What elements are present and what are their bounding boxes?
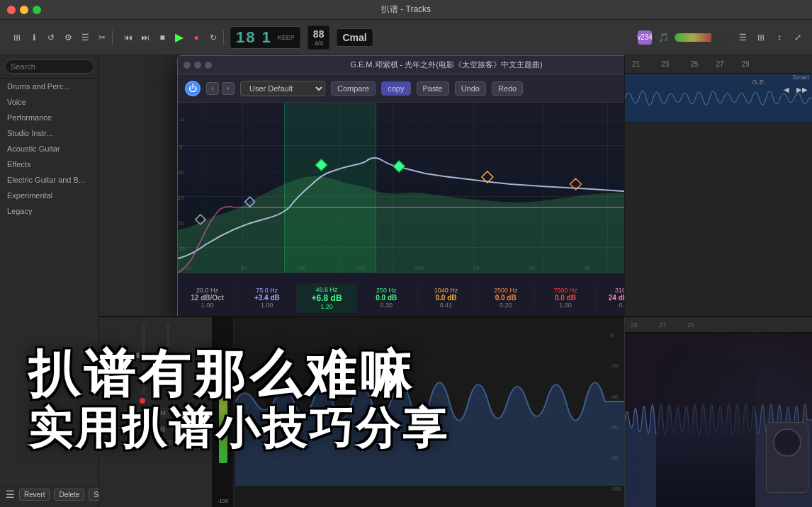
plugin-traffic-lights [184, 62, 212, 69]
revert-button[interactable]: Revert [19, 489, 50, 501]
band5-q: 0.41 [440, 302, 453, 309]
cycle-button[interactable]: ↻ [206, 30, 220, 45]
keep-label: KEEP [278, 34, 295, 41]
bpm-value: 88 [313, 28, 325, 40]
smart-icon-2[interactable]: ▶▶ [795, 82, 809, 96]
sidebar-item-legacy[interactable]: Legacy [0, 203, 98, 219]
rewind-button[interactable]: ⏮ [121, 30, 135, 45]
sidebar-item-performance[interactable]: Performance [0, 110, 98, 125]
sidebar-item-drums[interactable]: Drums and Perc... [0, 79, 98, 94]
toolbar-icon-4[interactable]: ⚙ [61, 30, 75, 45]
paste-button[interactable]: Paste [417, 81, 449, 96]
close-button[interactable] [7, 6, 16, 14]
time-sig: 4/4 [314, 40, 323, 47]
sidebar-item-electric[interactable]: Electric Guitar and B... [0, 172, 98, 188]
ruler-label-21: 21 [632, 60, 640, 68]
right-icon-3[interactable]: ☰ [735, 30, 750, 45]
ruler-label-23: 23 [661, 60, 669, 68]
bottom-icon-1[interactable]: ☰ [6, 487, 15, 501]
smart-icon-1[interactable]: ◀ [779, 82, 794, 96]
sidebar-bottom: ☰ Revert Delete Save... [0, 481, 98, 507]
level-fill [675, 33, 711, 42]
band-param-6: 2500 Hz 0.0 dB 0.20 [476, 284, 536, 312]
band6-freq: 2500 Hz [494, 287, 518, 294]
right-icon-1[interactable]: v234 [638, 30, 652, 45]
toolbar-right: v234 🎵 ☰ ⊞ ↕ ⤢ [638, 30, 805, 45]
freq-label-200: 200 [356, 265, 365, 271]
plugin-title: G.E.M.邓紫棋 - 光年之外(电影《太空旅客》中文主题曲) [350, 59, 542, 70]
db-right-0: 0 [610, 332, 621, 338]
band1-freq: 20.0 Hz [196, 287, 218, 294]
ruler-label-27: 27 [716, 60, 723, 68]
redo-button[interactable]: Redo [492, 81, 523, 96]
sidebar-item-voice[interactable]: Voice [0, 94, 98, 110]
copy-button[interactable]: copy [381, 81, 410, 96]
toolbar-icon-3[interactable]: ↺ [44, 30, 58, 45]
sidebar-item-studio[interactable]: Studio Instr... [0, 125, 98, 141]
nav-prev-button[interactable]: ‹ [206, 82, 219, 95]
ruler-label-29: 29 [742, 60, 750, 68]
nav-arrows: ‹ › [206, 82, 235, 95]
eq-node-4[interactable] [393, 161, 405, 172]
toolbar-icon-5[interactable]: ☰ [78, 30, 92, 45]
toolbar-icon-1[interactable]: ⊞ [10, 30, 24, 45]
sidebar-item-effects[interactable]: Effects [0, 156, 98, 172]
band4-freq: 250 Hz [376, 287, 397, 294]
band-param-2: 75.0 Hz +3.4 dB 1.00 [237, 284, 297, 312]
transport-sub-info: KEEP [278, 34, 295, 41]
record-button[interactable]: ● [189, 30, 203, 45]
band4-gain: 0.0 dB [376, 294, 397, 302]
sidebar-item-acoustic[interactable]: Acoustic Guitar [0, 141, 98, 156]
track-area: 21 23 25 27 29 G.E. Smart ◀ [624, 55, 812, 324]
traffic-lights[interactable] [7, 6, 41, 14]
plugin-min[interactable] [194, 62, 201, 69]
undo-button[interactable]: Undo [455, 81, 486, 96]
plugin-close[interactable] [184, 62, 191, 69]
band3-q: 1.20 [320, 303, 333, 310]
band-param-7: 7500 Hz 0.0 dB 1.00 [536, 284, 595, 312]
right-icon-6[interactable]: ⤢ [791, 30, 805, 45]
freq-label-100: 100 [297, 265, 306, 271]
plugin-power-button[interactable]: ⏻ [185, 81, 201, 96]
toolbar-icon-2[interactable]: ℹ [27, 30, 41, 45]
minimize-button[interactable] [20, 6, 28, 14]
band1-q: 1.00 [201, 302, 214, 309]
play-button[interactable]: ▶ [172, 30, 186, 45]
key-display: Cmal [336, 28, 373, 47]
track-controls: Smart ◀ ▶▶ [779, 74, 809, 96]
band-param-1: 20.0 Hz 12 dB/Oct 1.00 [178, 284, 237, 312]
db-right-m80: -80 [610, 455, 621, 461]
mac-menubar: 扒谱 - Tracks [0, 0, 812, 20]
band-param-5: 1040 Hz 0.0 dB 0.41 [417, 284, 476, 312]
plugin-max[interactable] [205, 62, 212, 69]
right-icon-5[interactable]: ↕ [772, 30, 786, 45]
nav-next-button[interactable]: › [222, 82, 235, 95]
band7-gain: 0.0 dB [555, 294, 576, 302]
maximize-button[interactable] [33, 6, 41, 14]
freq-label-5k: 5k [585, 265, 590, 271]
toolbar-icon-6[interactable]: ✂ [95, 30, 109, 45]
band4-q: 0.30 [380, 302, 393, 309]
sidebar-item-experimental[interactable]: Experimental [0, 188, 98, 203]
right-icon-4[interactable]: ⊞ [754, 30, 768, 45]
overlay-title-line1: 扒谱有那么难嘛 [28, 348, 415, 399]
svg-text:G.E.: G.E. [752, 78, 766, 86]
fast-forward-button[interactable]: ⏭ [138, 30, 152, 45]
delete-button[interactable]: Delete [54, 489, 84, 501]
daw-toolbar: ⊞ ℹ ↺ ⚙ ☰ ✂ ⏮ ⏭ ■ ▶ ● ↻ 18 1 KEEP 88 4/4… [0, 20, 812, 55]
band6-q: 0.20 [500, 302, 512, 309]
band1-gain: 12 dB/Oct [191, 294, 224, 302]
right-icon-2[interactable]: 🎵 [656, 30, 670, 45]
stop-button[interactable]: ■ [155, 30, 169, 45]
search-input[interactable] [4, 59, 94, 74]
window-title: 扒谱 - Tracks [381, 4, 431, 16]
overlay-text-container: 扒谱有那么难嘛 实用扒谱小技巧分享 [0, 348, 812, 450]
search-bar [0, 55, 98, 79]
freq-label-2k: 2k [529, 265, 535, 271]
db-right-m100: -100 [610, 486, 621, 492]
preset-dropdown[interactable]: User Default [240, 81, 325, 96]
compare-button[interactable]: Compare [331, 81, 376, 96]
band5-gain: 0.0 dB [435, 294, 456, 302]
freq-label-50: 50 [241, 265, 247, 271]
eq-node-3-selected[interactable] [315, 159, 327, 171]
